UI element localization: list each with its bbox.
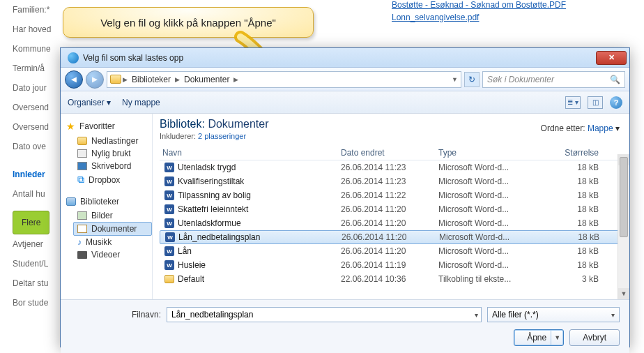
background-form: Familien:* Har hoved Kommune Termin/å Da… — [13, 0, 51, 313]
filename-input[interactable]: Lån_nedbetalingsplan▾ — [167, 307, 482, 322]
file-row[interactable]: WUtenladsk trygd26.06.2014 11:23Microsof… — [160, 160, 622, 174]
nav-desktop[interactable]: Skrivebord — [66, 160, 152, 172]
nav-music[interactable]: ♪Musikk — [66, 236, 152, 248]
open-split[interactable]: ▼ — [551, 330, 563, 345]
file-row[interactable]: Default22.06.2014 10:36Tilkobling til ek… — [160, 272, 622, 286]
file-row[interactable]: WTilpassning av bolig26.06.2014 11:22Mic… — [160, 188, 622, 202]
folder-icon — [164, 275, 174, 283]
video-icon — [77, 251, 87, 259]
folder-icon — [77, 137, 87, 145]
new-folder-button[interactable]: Ny mappe — [122, 98, 160, 107]
nav-downloads[interactable]: Nedlastinger — [66, 135, 152, 147]
file-row[interactable]: WSkattefri leieinntekt26.06.2014 11:20Mi… — [160, 202, 622, 216]
folder-icon — [110, 75, 121, 84]
word-icon: W — [164, 218, 174, 228]
dropbox-icon: ⧉ — [77, 174, 84, 186]
search-icon: 🔍 — [610, 75, 620, 84]
file-list: WUtenladsk trygd26.06.2014 11:23Microsof… — [160, 160, 622, 286]
nav-documents[interactable]: Dokumenter — [73, 222, 152, 236]
order-by[interactable]: Ordne etter: Mappe ▾ — [541, 123, 620, 133]
address-bar: ◄ ► ▶ Biblioteker ▶ Dokumenter ▶ ▼ ↻ Søk… — [61, 68, 629, 91]
word-icon: W — [164, 246, 174, 256]
open-button[interactable]: Åpne▼ — [514, 329, 564, 346]
word-icon: W — [165, 232, 175, 242]
file-row[interactable]: WHusleie26.06.2014 11:19Microsoft Word-d… — [160, 258, 622, 272]
file-list-pane: Bibliotek: Dokumenter Inkluderer: 2 plas… — [153, 114, 629, 299]
forward-button[interactable]: ► — [86, 70, 104, 89]
scroll-down[interactable]: ▼ — [618, 288, 629, 299]
breadcrumb[interactable]: ▶ Biblioteker ▶ Dokumenter ▶ ▼ — [107, 71, 461, 88]
titlebar[interactable]: Velg fil som skal lastes opp ✕ — [61, 48, 629, 68]
file-row[interactable]: WUtenladskformue26.06.2014 11:20Microsof… — [160, 216, 622, 230]
locations-link[interactable]: 2 plasseringer — [198, 132, 246, 140]
star-icon: ★ — [66, 121, 75, 132]
favorites-header[interactable]: ★Favoritter — [66, 121, 152, 132]
cancel-button[interactable]: Avbryt — [569, 329, 620, 346]
toolbar: Organiser ▾ Ny mappe ≣ ▾ ◫ ? — [61, 91, 629, 114]
ie-icon — [68, 52, 79, 63]
flere-button[interactable]: Flere — [13, 211, 49, 234]
dialog-title: Velg fil som skal lastes opp — [83, 53, 596, 63]
scroll-thumb[interactable] — [620, 157, 628, 237]
file-open-dialog: Velg fil som skal lastes opp ✕ ◄ ► ▶ Bib… — [60, 47, 630, 347]
back-button[interactable]: ◄ — [65, 70, 83, 89]
file-row[interactable]: WLån_nedbetalingsplan26.06.2014 11:20Mic… — [160, 230, 622, 244]
file-row[interactable]: WKvalifiseringstiltak26.06.2014 11:23Mic… — [160, 174, 622, 188]
refresh-button[interactable]: ↻ — [464, 72, 480, 87]
nav-dropbox[interactable]: ⧉Dropbox — [66, 172, 152, 187]
pictures-icon — [77, 211, 87, 220]
nav-pictures[interactable]: Bilder — [66, 209, 152, 222]
filetype-select[interactable]: Alle filer (*.*)▾ — [487, 307, 620, 322]
documents-icon — [77, 225, 87, 233]
navigation-pane: ★Favoritter Nedlastinger Nylig brukt Skr… — [61, 114, 153, 299]
nav-recent[interactable]: Nylig brukt — [66, 147, 152, 160]
link-bostotte[interactable]: Bostøtte - Esøknad - Søknad om Bostøtte.… — [392, 0, 566, 10]
help-callout: Velg en fil og klikk på knappen "Åpne" — [63, 7, 314, 38]
search-input[interactable]: Søk i Dokumenter 🔍 — [482, 71, 625, 88]
preview-pane-button[interactable]: ◫ — [588, 96, 603, 109]
nav-videos[interactable]: Videoer — [66, 248, 152, 261]
file-row[interactable]: WLån26.06.2014 11:20Microsoft Word-d...1… — [160, 244, 622, 258]
word-icon: W — [164, 204, 174, 214]
attachment-links: Bostøtte - Esøknad - Søknad om Bostøtte.… — [392, 0, 566, 25]
word-icon: W — [164, 163, 174, 172]
organize-menu[interactable]: Organiser ▾ — [68, 98, 111, 107]
column-headers[interactable]: Navn Dato endret Type Størrelse — [160, 146, 622, 160]
word-icon: W — [164, 190, 174, 200]
link-lonn[interactable]: Lonn_selvangivelse.pdf — [392, 13, 566, 22]
desktop-icon — [77, 162, 87, 170]
libraries-header[interactable]: Biblioteker — [66, 197, 152, 206]
scrollbar[interactable]: ▲ ▼ — [618, 154, 629, 299]
filename-label: Filnavn: — [70, 310, 161, 320]
word-icon: W — [164, 176, 174, 186]
recent-icon — [77, 149, 87, 158]
word-icon: W — [164, 260, 174, 270]
view-options-button[interactable]: ≣ ▾ — [565, 96, 581, 109]
music-icon: ♪ — [77, 237, 82, 247]
dialog-footer: Filnavn: Lån_nedbetalingsplan▾ Alle file… — [61, 299, 629, 353]
close-button[interactable]: ✕ — [596, 51, 627, 65]
help-icon[interactable]: ? — [610, 96, 622, 109]
library-icon — [66, 197, 76, 206]
